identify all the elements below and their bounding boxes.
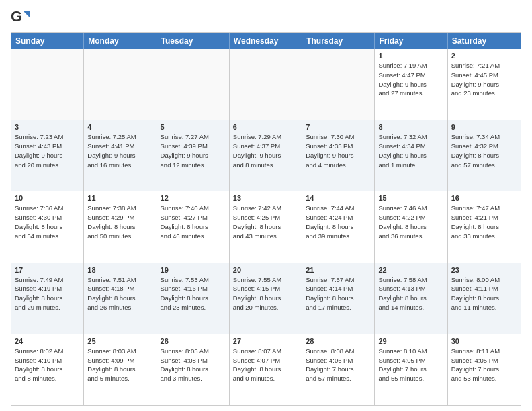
calendar-cell: 2Sunrise: 7:21 AMSunset: 4:45 PMDaylight… [448, 49, 521, 120]
day-number: 4 [87, 123, 152, 131]
day-info: Sunrise: 8:11 AMSunset: 4:05 PMDaylight:… [451, 347, 517, 383]
header-day: Wednesday [230, 33, 302, 49]
day-number: 5 [161, 123, 226, 131]
day-number: 2 [451, 52, 517, 60]
header-day: Thursday [302, 33, 375, 49]
calendar-cell: 9Sunrise: 7:34 AMSunset: 4:32 PMDaylight… [448, 120, 521, 191]
day-number: 28 [306, 337, 371, 345]
calendar-cell: 20Sunrise: 7:55 AMSunset: 4:15 PMDayligh… [230, 263, 302, 334]
calendar-cell: 18Sunrise: 7:51 AMSunset: 4:18 PMDayligh… [84, 263, 157, 334]
day-info: Sunrise: 7:58 AMSunset: 4:13 PMDaylight:… [378, 275, 443, 312]
calendar-row: 17Sunrise: 7:49 AMSunset: 4:19 PMDayligh… [11, 263, 521, 334]
day-number: 25 [87, 337, 152, 345]
day-number: 6 [233, 123, 298, 131]
calendar-row: 3Sunrise: 7:23 AMSunset: 4:43 PMDaylight… [11, 120, 521, 191]
calendar-cell [230, 49, 302, 120]
day-info: Sunrise: 7:38 AMSunset: 4:29 PMDaylight:… [87, 203, 152, 240]
calendar-cell: 23Sunrise: 8:00 AMSunset: 4:11 PMDayligh… [448, 263, 521, 334]
day-number: 22 [378, 266, 443, 274]
day-number: 13 [233, 194, 298, 202]
day-info: Sunrise: 7:49 AMSunset: 4:19 PMDaylight:… [15, 275, 80, 312]
day-info: Sunrise: 8:03 AMSunset: 4:09 PMDaylight:… [87, 347, 152, 383]
day-info: Sunrise: 8:08 AMSunset: 4:06 PMDaylight:… [306, 347, 371, 383]
day-number: 3 [15, 123, 80, 131]
calendar-cell: 3Sunrise: 7:23 AMSunset: 4:43 PMDaylight… [11, 120, 84, 191]
day-info: Sunrise: 7:29 AMSunset: 4:37 PMDaylight:… [233, 132, 298, 169]
svg-marker-1 [23, 11, 30, 17]
calendar-cell: 1Sunrise: 7:19 AMSunset: 4:47 PMDaylight… [375, 49, 447, 120]
header-day: Sunday [11, 33, 84, 49]
calendar-cell: 15Sunrise: 7:46 AMSunset: 4:22 PMDayligh… [375, 191, 447, 262]
calendar-cell: 17Sunrise: 7:49 AMSunset: 4:19 PMDayligh… [11, 263, 84, 334]
day-number: 12 [161, 194, 226, 202]
day-number: 24 [15, 337, 80, 345]
calendar-cell: 4Sunrise: 7:25 AMSunset: 4:41 PMDaylight… [84, 120, 157, 191]
day-info: Sunrise: 7:53 AMSunset: 4:16 PMDaylight:… [161, 275, 226, 312]
day-info: Sunrise: 8:00 AMSunset: 4:11 PMDaylight:… [451, 275, 517, 312]
day-number: 15 [378, 194, 443, 202]
day-info: Sunrise: 7:30 AMSunset: 4:35 PMDaylight:… [306, 132, 371, 169]
day-number: 30 [451, 337, 517, 345]
day-info: Sunrise: 7:32 AMSunset: 4:34 PMDaylight:… [378, 132, 443, 169]
day-number: 29 [378, 337, 443, 345]
calendar-cell: 12Sunrise: 7:40 AMSunset: 4:27 PMDayligh… [157, 191, 230, 262]
calendar-cell: 6Sunrise: 7:29 AMSunset: 4:37 PMDaylight… [230, 120, 302, 191]
calendar-cell [84, 49, 157, 120]
day-number: 10 [15, 194, 80, 202]
page-header: G [11, 8, 521, 27]
day-info: Sunrise: 7:23 AMSunset: 4:43 PMDaylight:… [15, 132, 80, 169]
day-number: 20 [233, 266, 298, 274]
calendar-cell: 22Sunrise: 7:58 AMSunset: 4:13 PMDayligh… [375, 263, 447, 334]
day-number: 21 [306, 266, 371, 274]
calendar-cell: 26Sunrise: 8:05 AMSunset: 4:08 PMDayligh… [157, 334, 230, 405]
day-info: Sunrise: 7:51 AMSunset: 4:18 PMDaylight:… [87, 275, 152, 312]
calendar-row: 10Sunrise: 7:36 AMSunset: 4:30 PMDayligh… [11, 191, 521, 263]
day-number: 1 [378, 52, 443, 60]
day-info: Sunrise: 7:47 AMSunset: 4:21 PMDaylight:… [451, 203, 517, 240]
day-number: 27 [233, 337, 298, 345]
calendar-cell: 14Sunrise: 7:44 AMSunset: 4:24 PMDayligh… [302, 191, 375, 262]
day-info: Sunrise: 8:02 AMSunset: 4:10 PMDaylight:… [15, 347, 80, 383]
day-info: Sunrise: 7:46 AMSunset: 4:22 PMDaylight:… [378, 203, 443, 240]
day-info: Sunrise: 7:25 AMSunset: 4:41 PMDaylight:… [87, 132, 152, 169]
calendar-cell: 27Sunrise: 8:07 AMSunset: 4:07 PMDayligh… [230, 334, 302, 405]
day-number: 7 [306, 123, 371, 131]
calendar-cell [302, 49, 375, 120]
calendar-cell: 7Sunrise: 7:30 AMSunset: 4:35 PMDaylight… [302, 120, 375, 191]
calendar-cell: 24Sunrise: 8:02 AMSunset: 4:10 PMDayligh… [11, 334, 84, 405]
calendar-cell: 16Sunrise: 7:47 AMSunset: 4:21 PMDayligh… [448, 191, 521, 262]
day-info: Sunrise: 8:07 AMSunset: 4:07 PMDaylight:… [233, 347, 298, 383]
day-info: Sunrise: 7:21 AMSunset: 4:45 PMDaylight:… [451, 61, 517, 98]
calendar-cell: 10Sunrise: 7:36 AMSunset: 4:30 PMDayligh… [11, 191, 84, 262]
day-number: 23 [451, 266, 517, 274]
day-info: Sunrise: 7:19 AMSunset: 4:47 PMDaylight:… [378, 61, 443, 98]
day-info: Sunrise: 7:57 AMSunset: 4:14 PMDaylight:… [306, 275, 371, 312]
header-day: Friday [375, 33, 447, 49]
logo-icon: G [11, 8, 30, 27]
calendar-cell: 19Sunrise: 7:53 AMSunset: 4:16 PMDayligh… [157, 263, 230, 334]
logo: G [11, 8, 32, 27]
calendar-cell: 11Sunrise: 7:38 AMSunset: 4:29 PMDayligh… [84, 191, 157, 262]
day-number: 18 [87, 266, 152, 274]
day-number: 17 [15, 266, 80, 274]
calendar-cell: 28Sunrise: 8:08 AMSunset: 4:06 PMDayligh… [302, 334, 375, 405]
calendar-cell: 29Sunrise: 8:10 AMSunset: 4:05 PMDayligh… [375, 334, 447, 405]
calendar-cell: 5Sunrise: 7:27 AMSunset: 4:39 PMDaylight… [157, 120, 230, 191]
day-info: Sunrise: 7:55 AMSunset: 4:15 PMDaylight:… [233, 275, 298, 312]
calendar-header: SundayMondayTuesdayWednesdayThursdayFrid… [11, 33, 521, 49]
day-info: Sunrise: 7:27 AMSunset: 4:39 PMDaylight:… [161, 132, 226, 169]
day-info: Sunrise: 7:34 AMSunset: 4:32 PMDaylight:… [451, 132, 517, 169]
calendar-cell: 8Sunrise: 7:32 AMSunset: 4:34 PMDaylight… [375, 120, 447, 191]
day-info: Sunrise: 8:05 AMSunset: 4:08 PMDaylight:… [161, 347, 226, 383]
calendar-cell [11, 49, 84, 120]
calendar-row: 1Sunrise: 7:19 AMSunset: 4:47 PMDaylight… [11, 49, 521, 120]
day-number: 14 [306, 194, 371, 202]
header-day: Monday [84, 33, 157, 49]
calendar-cell: 21Sunrise: 7:57 AMSunset: 4:14 PMDayligh… [302, 263, 375, 334]
calendar-cell: 30Sunrise: 8:11 AMSunset: 4:05 PMDayligh… [448, 334, 521, 405]
day-number: 8 [378, 123, 443, 131]
day-info: Sunrise: 7:42 AMSunset: 4:25 PMDaylight:… [233, 203, 298, 240]
calendar-row: 24Sunrise: 8:02 AMSunset: 4:10 PMDayligh… [11, 334, 521, 405]
day-info: Sunrise: 7:36 AMSunset: 4:30 PMDaylight:… [15, 203, 80, 240]
calendar-cell: 25Sunrise: 8:03 AMSunset: 4:09 PMDayligh… [84, 334, 157, 405]
